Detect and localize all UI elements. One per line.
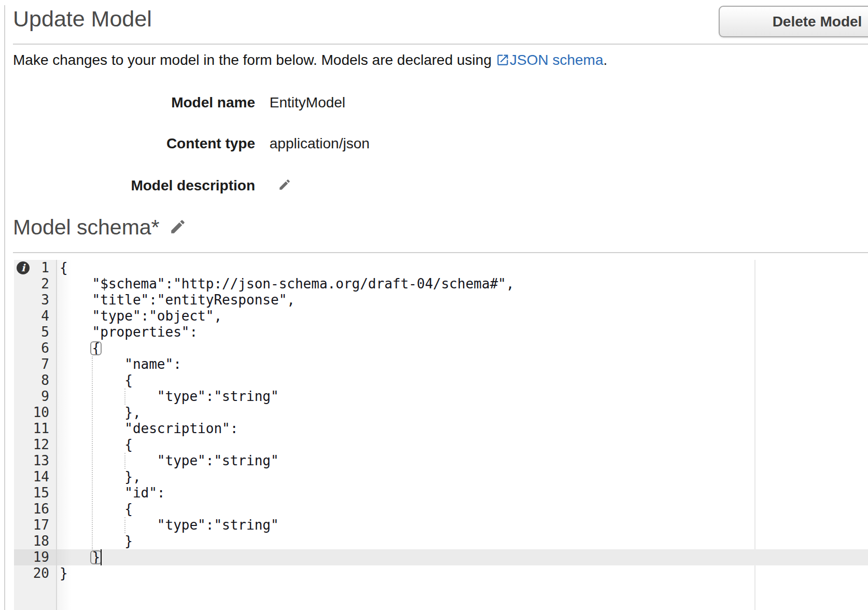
page-title: Update Model (13, 6, 152, 32)
content-type-label: Content type (13, 135, 255, 152)
code-line[interactable]: } (60, 533, 133, 549)
content-type-row: Content type application/json (13, 135, 370, 154)
code-line[interactable]: "id": (60, 485, 165, 501)
code-line[interactable]: "type":"object", (60, 308, 222, 324)
matched-bracket-box (90, 341, 102, 355)
code-line[interactable]: "$schema":"http://json-schema.org/draft-… (60, 276, 514, 292)
model-description-value (270, 177, 291, 194)
open-in-new-icon (496, 53, 510, 67)
code-line[interactable]: } (60, 565, 68, 581)
model-description-row: Model description (13, 177, 291, 196)
edit-description-pencil-icon[interactable] (278, 178, 291, 191)
intro-text-after: . (603, 52, 607, 68)
schema-divider (13, 252, 868, 253)
code-line[interactable]: { (60, 372, 133, 389)
json-schema-link[interactable]: JSON schema (492, 52, 604, 68)
code-line[interactable]: }, (60, 469, 141, 485)
code-line[interactable]: { (60, 501, 133, 517)
schema-code-editor[interactable]: i 1234567891011121314151617181920 { "$sc… (14, 260, 868, 610)
header-divider (13, 44, 868, 45)
content-type-value: application/json (270, 135, 370, 152)
code-line[interactable]: { (60, 437, 133, 453)
code-line[interactable]: }, (60, 405, 141, 421)
editor-code: { "$schema":"http://json-schema.org/draf… (14, 260, 868, 610)
edit-schema-pencil-icon[interactable] (169, 216, 187, 234)
json-schema-link-label: JSON schema (510, 52, 604, 68)
code-line[interactable]: { (60, 260, 68, 276)
model-description-label: Model description (13, 177, 255, 194)
model-schema-heading: Model schema* (13, 215, 187, 240)
intro-text-before: Make changes to your model in the form b… (13, 52, 492, 68)
code-line[interactable]: "type":"string" (60, 453, 279, 469)
code-line[interactable]: "title":"entityResponse", (60, 292, 295, 308)
delete-model-button[interactable]: Delete Model (719, 6, 868, 37)
text-cursor (101, 549, 102, 565)
code-line[interactable]: "properties": (60, 324, 198, 340)
code-line[interactable]: "type":"string" (60, 389, 279, 405)
matched-bracket-box (90, 550, 102, 564)
intro-text: Make changes to your model in the form b… (13, 52, 607, 68)
model-schema-heading-label: Model schema* (13, 215, 160, 239)
code-line[interactable]: "name": (60, 356, 181, 372)
code-line[interactable]: "type":"string" (60, 517, 279, 533)
page-left-border (4, 5, 5, 610)
code-line[interactable]: "description": (60, 421, 238, 437)
model-name-value: EntityModel (270, 94, 345, 111)
model-name-row: Model name EntityModel (13, 94, 345, 113)
model-name-label: Model name (13, 94, 255, 111)
